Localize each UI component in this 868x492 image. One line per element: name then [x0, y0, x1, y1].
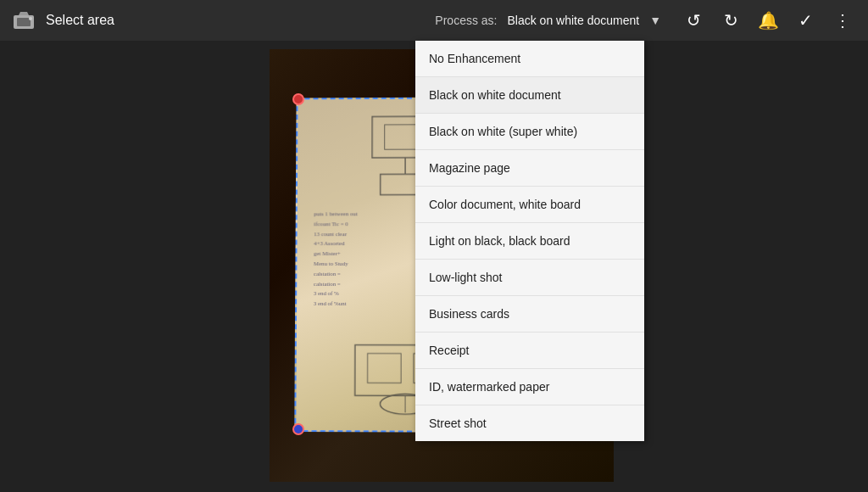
process-dropdown: No Enhancement Black on white document B…	[415, 41, 644, 441]
svg-rect-1	[17, 18, 31, 26]
handle-bottom-left[interactable]	[292, 423, 304, 435]
main-content: puts 1 between out ifcount Tic = 0 13 co…	[0, 41, 868, 492]
svg-point-3	[29, 17, 32, 20]
dropdown-item-magazine[interactable]: Magazine page	[415, 150, 644, 187]
app-icon	[10, 7, 37, 34]
svg-text:Menu to Study: Menu to Study	[314, 260, 348, 266]
page-title: Select area	[46, 13, 114, 28]
svg-marker-2	[19, 12, 29, 15]
svg-text:calstation =: calstation =	[314, 271, 341, 277]
handle-top-left[interactable]	[292, 93, 304, 105]
top-bar-right: Process as: Black on white document ▼ ↺ …	[435, 5, 858, 36]
svg-text:puts 1 between out: puts 1 between out	[314, 210, 358, 216]
svg-text:get Mister+: get Mister+	[314, 250, 341, 256]
bell-button[interactable]: 🔔	[753, 5, 783, 36]
dropdown-item-business-cards[interactable]: Business cards	[415, 296, 644, 333]
top-bar-left: Select area	[10, 7, 435, 34]
svg-rect-19	[368, 354, 402, 383]
more-menu-button[interactable]: ⋮	[827, 5, 858, 36]
dropdown-item-receipt[interactable]: Receipt	[415, 333, 644, 369]
svg-text:13 count clear: 13 count clear	[314, 231, 347, 237]
dropdown-item-id-watermarked[interactable]: ID, watermarked paper	[415, 369, 644, 405]
svg-text:calstation =: calstation =	[314, 281, 341, 287]
top-bar: Select area Process as: Black on white d…	[0, 0, 868, 41]
dropdown-item-color-whiteboard[interactable]: Color document, white board	[415, 187, 644, 223]
svg-text:ifcount Tic = 0: ifcount Tic = 0	[314, 221, 348, 226]
dropdown-item-light-on-black[interactable]: Light on black, black board	[415, 223, 644, 260]
dropdown-item-no-enhancement[interactable]: No Enhancement	[415, 41, 644, 77]
dropdown-item-street-shot[interactable]: Street shot	[415, 405, 644, 441]
dropdown-item-lowlight[interactable]: Low-light shot	[415, 260, 644, 296]
svg-text:3 end of %: 3 end of %	[314, 290, 339, 296]
check-button[interactable]: ✓	[790, 5, 821, 36]
dropdown-arrow-icon[interactable]: ▼	[649, 14, 661, 27]
svg-text:4+3 Assorted: 4+3 Assorted	[314, 240, 345, 246]
dropdown-item-black-on-white[interactable]: Black on white document	[415, 77, 644, 114]
process-value[interactable]: Black on white document	[508, 14, 640, 27]
process-label: Process as:	[435, 14, 497, 27]
rotate-button[interactable]: ↻	[715, 5, 746, 36]
undo-button[interactable]: ↺	[678, 5, 709, 36]
svg-text:3 end of %unt: 3 end of %unt	[314, 300, 347, 306]
dropdown-item-black-on-white-super[interactable]: Black on white (super white)	[415, 114, 644, 150]
